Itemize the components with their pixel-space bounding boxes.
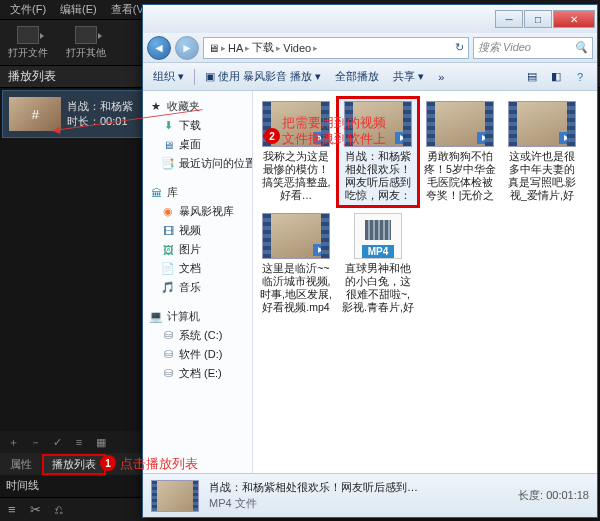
tree-computer[interactable]: 💻计算机 xyxy=(145,307,250,326)
annotation-badge-2: 2 xyxy=(264,128,280,144)
titlebar[interactable]: ─ □ ✕ xyxy=(143,5,597,33)
tab-playlist[interactable]: 播放列表 xyxy=(42,454,106,475)
close-button[interactable]: ✕ xyxy=(553,10,595,28)
open-file-label: 打开文件 xyxy=(8,46,48,60)
file-item[interactable]: MP4直球男神和他的小白兔，这很难不甜啦~,影视.青春片,好看视频… xyxy=(339,211,417,317)
file-name: 肖战：和杨紫相处很欢乐！网友听后感到吃惊，网友：假戏真做… xyxy=(341,150,415,203)
crumb-seg[interactable]: 下载 xyxy=(252,40,274,55)
tree-item[interactable]: ⛁文档 (E:) xyxy=(145,364,250,383)
add-icon[interactable]: ＋ xyxy=(6,435,20,449)
folder-icon xyxy=(75,26,97,44)
cut-icon[interactable]: ✂ xyxy=(30,502,41,517)
open-other-button[interactable]: 打开其他 xyxy=(66,26,106,60)
drive-icon: ⛁ xyxy=(161,330,175,342)
annotation-text-2b: 文件拖拽到软件上 xyxy=(282,130,386,148)
file-item[interactable]: 这或许也是很多中年夫妻的真是写照吧.影视_爱情片,好看视频.mp4 xyxy=(503,99,581,205)
tab-attributes[interactable]: 属性 xyxy=(0,454,42,475)
file-name: 直球男神和他的小白兔，这很难不甜啦~,影视.青春片,好看视频… xyxy=(341,262,415,315)
mp4-icon: MP4 xyxy=(354,213,402,259)
library-icon: 🏛 xyxy=(149,187,163,199)
view-button[interactable]: ▤ xyxy=(521,67,543,87)
file-grid[interactable]: 我称之为这是最惨的模仿！搞笑恶搞整蛊,好看…肖战：和杨紫相处很欢乐！网友听后感到… xyxy=(253,91,597,473)
video-thumbnail xyxy=(508,101,576,147)
file-name: 勇敢狗狗不怕疼！5岁中华金毛医院体检被夸奖！|无价之霸… xyxy=(423,150,497,203)
file-name: 这或许也是很多中年夫妻的真是写照吧.影视_爱情片,好看视频.mp4 xyxy=(505,150,579,203)
music-icon: 🎵 xyxy=(161,282,175,294)
image-icon: 🖼 xyxy=(161,244,175,256)
menu-file[interactable]: 文件(F) xyxy=(4,0,52,19)
explorer-toolbar: 组织 ▾ ▣ 使用 暴风影音 播放 ▾ 全部播放 共享 ▾ » ▤ ◧ ? xyxy=(143,63,597,91)
menu-edit[interactable]: 编辑(E) xyxy=(54,0,103,19)
navigation-bar: ◄ ► 🖥▸ HA▸ 下载▸ Video▸ ↻ 搜索 Video 🔍 xyxy=(143,33,597,63)
status-filetype: MP4 文件 xyxy=(209,496,418,511)
playlist-thumbnail: # xyxy=(9,97,61,131)
tree-item[interactable]: ⛁软件 (D:) xyxy=(145,345,250,364)
pc-icon: 💻 xyxy=(149,311,163,323)
back-button[interactable]: ◄ xyxy=(147,36,171,60)
download-icon: ⬇ xyxy=(161,120,175,132)
timeline-tools: ≡ ✂ ⎌ xyxy=(0,497,150,521)
star-icon: ★ xyxy=(149,101,163,113)
organize-button[interactable]: 组织 ▾ xyxy=(149,67,188,86)
refresh-icon[interactable]: ↻ xyxy=(455,41,464,54)
drive-icon: ⛁ xyxy=(161,368,175,380)
folder-tree[interactable]: ★收藏夹 ⬇下载 🖥桌面 📑最近访问的位置 🏛库 ◉暴风影视库 🎞视频 🖼图片 … xyxy=(143,91,253,473)
check-icon[interactable]: ✓ xyxy=(50,435,64,449)
status-bar: 肖战：和杨紫相处很欢乐！网友听后感到… MP4 文件 长度: 00:01:18 xyxy=(143,473,597,517)
app-icon: ◉ xyxy=(161,206,175,218)
folder-icon xyxy=(17,26,39,44)
doc-icon: 📄 xyxy=(161,263,175,275)
tree-item[interactable]: ⬇下载 xyxy=(145,116,250,135)
timeline-label: 时间线 xyxy=(6,478,39,493)
video-thumbnail xyxy=(262,213,330,259)
grid-icon[interactable]: ▦ xyxy=(94,435,108,449)
tree-item[interactable]: 🖥桌面 xyxy=(145,135,250,154)
share-button[interactable]: 共享 ▾ xyxy=(389,67,428,86)
playlist-title: 肖战：和杨紫 xyxy=(67,99,133,114)
status-filename: 肖战：和杨紫相处很欢乐！网友听后感到… xyxy=(209,480,418,495)
menu-icon[interactable]: ≡ xyxy=(8,502,16,517)
tree-item[interactable]: 🎞视频 xyxy=(145,221,250,240)
play-icon xyxy=(559,132,573,144)
tree-item[interactable]: 📄文档 xyxy=(145,259,250,278)
search-input[interactable]: 搜索 Video 🔍 xyxy=(473,37,593,59)
tree-item[interactable]: ◉暴风影视库 xyxy=(145,202,250,221)
maximize-button[interactable]: □ xyxy=(524,10,552,28)
split-icon[interactable]: ⎌ xyxy=(55,502,63,517)
file-item[interactable]: 勇敢狗狗不怕疼！5岁中华金毛医院体检被夸奖！|无价之霸… xyxy=(421,99,499,205)
drive-icon: ⛁ xyxy=(161,349,175,361)
open-file-button[interactable]: 打开文件 xyxy=(8,26,48,60)
status-thumbnail xyxy=(151,480,199,512)
tree-item[interactable]: ⛁系统 (C:) xyxy=(145,326,250,345)
preview-pane-button[interactable]: ◧ xyxy=(545,67,567,87)
file-name: 这里是临沂~~临沂城市视频,时事,地区发展,好看视频.mp4 xyxy=(259,262,333,315)
tree-item[interactable]: 🎵音乐 xyxy=(145,278,250,297)
more-button[interactable]: » xyxy=(434,69,448,85)
play-all-button[interactable]: 全部播放 xyxy=(331,67,383,86)
minimize-button[interactable]: ─ xyxy=(495,10,523,28)
crumb-seg[interactable]: Video xyxy=(283,42,311,54)
forward-button[interactable]: ► xyxy=(175,36,199,60)
annotation-badge-1: 1 xyxy=(100,455,116,471)
crumb-seg[interactable]: HA xyxy=(228,42,243,54)
folder-icon: 🖥 xyxy=(208,42,219,54)
video-thumbnail xyxy=(426,101,494,147)
tree-libraries[interactable]: 🏛库 xyxy=(145,183,250,202)
remove-icon[interactable]: － xyxy=(28,435,42,449)
tree-item[interactable]: 🖼图片 xyxy=(145,240,250,259)
tree-favorites[interactable]: ★收藏夹 xyxy=(145,97,250,116)
open-other-label: 打开其他 xyxy=(66,46,106,60)
play-icon xyxy=(477,132,491,144)
help-button[interactable]: ? xyxy=(569,67,591,87)
list-icon[interactable]: ≡ xyxy=(72,435,86,449)
breadcrumb[interactable]: 🖥▸ HA▸ 下载▸ Video▸ ↻ xyxy=(203,37,469,59)
list-controls: ＋ － ✓ ≡ ▦ xyxy=(0,431,150,453)
file-name: 我称之为这是最惨的模仿！搞笑恶搞整蛊,好看… xyxy=(259,150,333,203)
file-item[interactable]: 这里是临沂~~临沂城市视频,时事,地区发展,好看视频.mp4 xyxy=(257,211,335,317)
annotation-text-1: 点击播放列表 xyxy=(120,455,198,473)
search-icon: 🔍 xyxy=(574,41,588,54)
tree-item[interactable]: 📑最近访问的位置 xyxy=(145,154,250,173)
play-with-button[interactable]: ▣ 使用 暴风影音 播放 ▾ xyxy=(201,67,325,86)
recent-icon: 📑 xyxy=(161,158,175,170)
video-icon: 🎞 xyxy=(161,225,175,237)
